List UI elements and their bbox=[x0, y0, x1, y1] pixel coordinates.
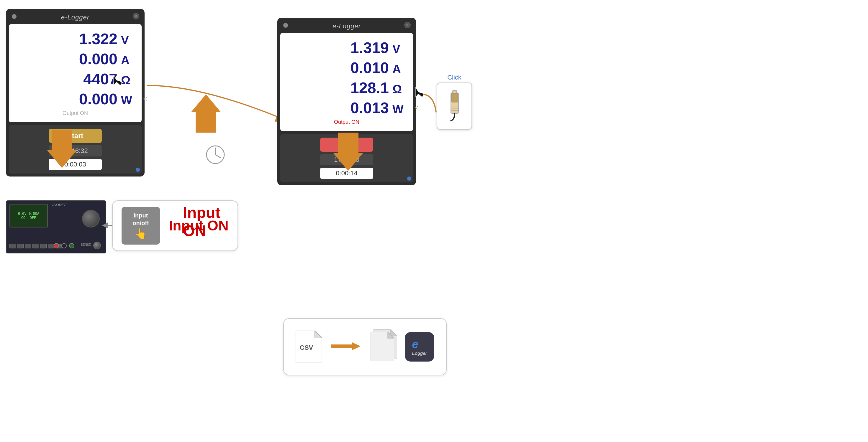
right-current-value: 0.010 bbox=[347, 59, 389, 77]
ps-terminal-red bbox=[54, 243, 59, 248]
right-reading-a: 0.010 A bbox=[289, 59, 404, 77]
left-voltage-unit: V bbox=[121, 34, 133, 47]
right-current-unit: A bbox=[393, 63, 404, 76]
ps-screen-text-2: COL OFF bbox=[21, 216, 36, 220]
right-output-status: Output ON bbox=[289, 119, 404, 125]
svg-marker-19 bbox=[415, 87, 424, 97]
left-voltage-value: 1.322 bbox=[76, 30, 117, 48]
ps-screen: 0.0V 0.00A COL OFF bbox=[9, 204, 48, 228]
right-close-button[interactable]: ✕ bbox=[404, 22, 411, 28]
right-usb-icon bbox=[445, 90, 464, 122]
right-resistance-unit: Ω bbox=[393, 82, 404, 96]
ps-btn-3[interactable] bbox=[25, 244, 31, 248]
left-reading-ohm: 4407 Ω bbox=[18, 70, 133, 88]
right-indicator-dot bbox=[407, 176, 411, 181]
ps-sense-label: SENSE bbox=[81, 243, 91, 246]
left-window-dot bbox=[12, 14, 17, 19]
right-voltage-value: 1.319 bbox=[347, 39, 389, 57]
ps-btn-5[interactable] bbox=[40, 244, 46, 248]
left-power-value: 0.000 bbox=[76, 90, 117, 108]
svg-marker-24 bbox=[315, 331, 322, 338]
ps-btn-4[interactable] bbox=[32, 244, 39, 248]
csv-arrow bbox=[331, 340, 361, 353]
left-current-value: 0.000 bbox=[76, 50, 117, 68]
svg-rect-15 bbox=[452, 93, 458, 102]
right-window-dot bbox=[283, 23, 288, 28]
right-power-unit: W bbox=[393, 103, 404, 116]
left-close-button[interactable]: ✕ bbox=[133, 13, 139, 20]
ps-terminals bbox=[54, 243, 74, 248]
ps-brand-label: ISOREF bbox=[52, 203, 66, 207]
power-supply-device: 0.0V 0.00A COL OFF ISOREF POWER SENSE bbox=[6, 200, 106, 253]
left-down-arrow bbox=[47, 130, 77, 168]
right-chevron-icon: < bbox=[414, 104, 418, 112]
left-power-unit: W bbox=[121, 94, 133, 107]
svg-marker-8 bbox=[47, 130, 77, 168]
ps-btn-2[interactable] bbox=[17, 244, 24, 248]
ps-knob bbox=[82, 210, 100, 228]
input-toggle-button[interactable]: Inputon/off 👆 bbox=[122, 207, 160, 245]
elogger-app-icon: e Logger bbox=[405, 332, 434, 362]
ps-terminal-green bbox=[69, 243, 74, 248]
ps-terminal-black bbox=[61, 243, 67, 248]
right-reading-v: 1.319 V bbox=[289, 39, 404, 57]
svg-line-11 bbox=[215, 155, 220, 158]
csv-document-icon: CSV bbox=[296, 331, 322, 363]
right-click-label: Click bbox=[447, 74, 461, 81]
left-reading-a: 0.000 A bbox=[18, 50, 133, 68]
hand-icon: 👆 bbox=[134, 228, 147, 239]
right-reading-ohm: 128.1 Ω bbox=[289, 79, 404, 97]
right-power-value: 0.013 bbox=[347, 99, 389, 117]
right-click-indicator: Click bbox=[437, 74, 472, 130]
svg-marker-12 bbox=[191, 94, 221, 133]
left-resistance-unit: Ω bbox=[121, 74, 133, 87]
right-reading-w: 0.013 W bbox=[289, 99, 404, 117]
left-resistance-value: 4407 bbox=[76, 70, 117, 88]
left-reading-v: 1.322 V bbox=[18, 30, 133, 48]
right-display: 1.319 V 0.010 A 128.1 Ω 0.013 W Output O… bbox=[280, 33, 413, 131]
svg-text:CSV: CSV bbox=[300, 344, 313, 351]
left-output-status: Output ON bbox=[18, 110, 133, 116]
left-titlebar: e-Logger ✕ bbox=[9, 12, 142, 24]
left-reading-w: 0.000 W bbox=[18, 90, 133, 108]
clock-icon bbox=[205, 144, 226, 166]
app-icon-e: e bbox=[412, 338, 418, 350]
left-display: 1.322 V 0.000 A 4407 Ω 0.000 W Output ON bbox=[9, 24, 142, 122]
app-icon-logger: Logger bbox=[412, 351, 427, 356]
right-resistance-value: 128.1 bbox=[347, 79, 389, 97]
left-window-title: e-Logger bbox=[61, 13, 89, 21]
ps-screen-text-1: 0.0V 0.00A bbox=[18, 211, 39, 216]
right-down-arrow bbox=[333, 133, 363, 171]
right-window-title: e-Logger bbox=[333, 23, 361, 30]
center-up-arrow bbox=[191, 94, 221, 133]
ps-btn-1[interactable] bbox=[9, 244, 16, 248]
csv-export-area: CSV e Logger bbox=[283, 318, 447, 375]
svg-marker-26 bbox=[331, 342, 361, 350]
svg-marker-20 bbox=[333, 133, 363, 171]
right-click-box[interactable] bbox=[437, 82, 472, 130]
ps-btn-6[interactable] bbox=[48, 244, 54, 248]
right-voltage-unit: V bbox=[393, 42, 404, 56]
left-current-unit: A bbox=[121, 54, 133, 67]
left-chevron-icon: < bbox=[143, 95, 147, 103]
doc-stack-icon bbox=[369, 328, 399, 366]
svg-marker-30 bbox=[388, 332, 394, 338]
ps-trim-knob[interactable] bbox=[93, 242, 101, 249]
right-titlebar: e-Logger ✕ bbox=[280, 21, 413, 33]
left-indicator-dot bbox=[136, 168, 140, 172]
input-on-label: InputON bbox=[183, 203, 220, 240]
